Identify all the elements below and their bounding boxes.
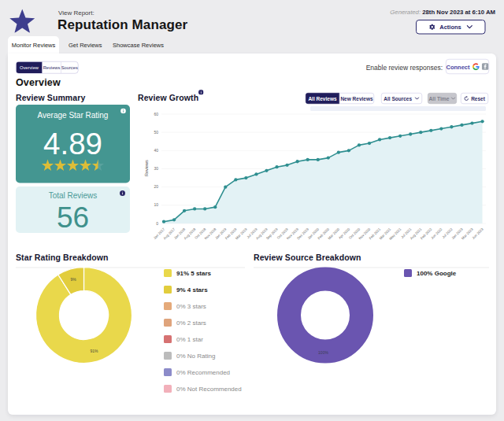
svg-text:Reviews: Reviews — [144, 160, 149, 176]
svg-text:50: 50 — [154, 130, 158, 135]
svg-text:9%: 9% — [70, 277, 76, 282]
svg-text:Jun 2023: Jun 2023 — [471, 227, 484, 240]
svg-text:Aug 2018: Aug 2018 — [183, 227, 197, 240]
svg-text:91%: 91% — [90, 349, 98, 353]
svg-text:0: 0 — [156, 221, 158, 226]
svg-text:30: 30 — [154, 166, 158, 171]
svg-text:60: 60 — [154, 112, 158, 116]
svg-text:Jun 2022: Jun 2022 — [430, 227, 443, 240]
svg-text:Mar 2019: Mar 2019 — [235, 227, 248, 240]
svg-text:100%: 100% — [318, 350, 328, 355]
svg-text:Sep 2019: Sep 2019 — [265, 227, 279, 240]
svg-text:10: 10 — [154, 202, 158, 207]
svg-text:40: 40 — [154, 148, 158, 153]
svg-text:20: 20 — [154, 184, 158, 189]
